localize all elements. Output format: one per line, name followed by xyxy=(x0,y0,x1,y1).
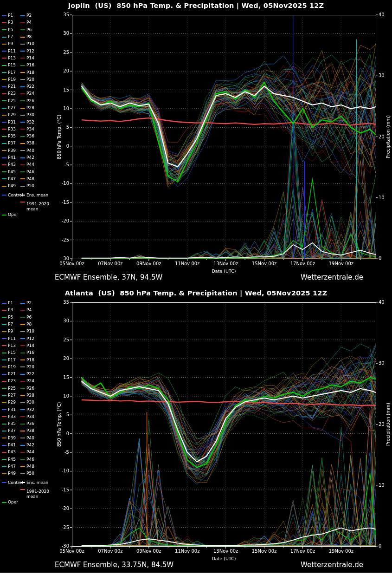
legend-dash-P21 xyxy=(2,374,6,375)
legend-row: P49P50 xyxy=(2,470,62,477)
legend-label-P3: P3 xyxy=(8,308,20,312)
legend-dash-P1 xyxy=(2,303,6,304)
legend-dash-P3 xyxy=(2,310,6,311)
legend-dash-P24 xyxy=(20,381,25,382)
legend-row: P1P2 xyxy=(2,300,62,307)
legend-dash-P42 xyxy=(20,445,25,446)
legend-row: P43P44 xyxy=(2,449,62,456)
legend-dash-P30 xyxy=(20,402,25,403)
legend-label-P27: P27 xyxy=(8,393,20,398)
legend-row: P5P6 xyxy=(2,314,62,321)
ensemble-legend: P1P2P3P4P5P6P7P8P9P10P11P12P13P14P15P16P… xyxy=(2,12,62,219)
legend-dash-P50 xyxy=(20,473,25,474)
legend-dash-P30 xyxy=(20,115,25,116)
legend-dash-P1 xyxy=(2,15,6,16)
legend-ens-mean-dash xyxy=(20,195,25,196)
legend-label-P7: P7 xyxy=(8,35,20,39)
legend-label-P39: P39 xyxy=(8,149,20,153)
legend-row: P31P32 xyxy=(2,118,62,125)
legend-dash-P45 xyxy=(2,171,6,172)
legend-row: P33P34 xyxy=(2,126,62,133)
legend-row: P37P38 xyxy=(2,140,62,147)
legend-dash-P41 xyxy=(2,157,6,158)
legend-label-P9: P9 xyxy=(8,42,20,46)
legend-row: P33P34 xyxy=(2,413,62,420)
footer-model-info: ECMWF Ensemble, 37N, 94.5W xyxy=(55,273,162,281)
legend-label-P31: P31 xyxy=(8,408,20,412)
legend-label-P13: P13 xyxy=(8,56,20,60)
legend-row: P13P14 xyxy=(2,342,62,349)
legend-dash-P43 xyxy=(2,164,6,165)
legend-dash-P19 xyxy=(2,366,6,367)
legend-climate-mean-dash xyxy=(20,202,25,203)
legend-dash-P4 xyxy=(20,22,25,23)
legend-oper-dash xyxy=(2,215,6,216)
legend-label-P21: P21 xyxy=(8,372,20,376)
legend-row: P13P14 xyxy=(2,55,62,62)
bottom-scrollbar[interactable] xyxy=(0,573,392,575)
legend-dash-P3 xyxy=(2,22,6,23)
meteogram-page: Joplin (US) 850 hPa Temp. & Precipitatio… xyxy=(0,0,392,575)
legend-label-P43: P43 xyxy=(8,450,20,454)
legend-dash-P32 xyxy=(20,122,25,123)
legend-dash-P47 xyxy=(2,178,6,179)
legend-dash-P46 xyxy=(20,459,25,460)
legend-row: P37P38 xyxy=(2,427,62,434)
legend-label-P27: P27 xyxy=(8,106,20,110)
legend-dash-P37 xyxy=(2,143,6,144)
legend-dash-P13 xyxy=(2,345,6,346)
legend-row: P7P8 xyxy=(2,321,62,328)
legend-dash-P23 xyxy=(2,381,6,382)
legend-dash-P43 xyxy=(2,452,6,453)
legend-row-climate-mean: 1991-2020 mean xyxy=(2,489,62,499)
legend-dash-P32 xyxy=(20,409,25,410)
legend-label-P23: P23 xyxy=(8,379,20,383)
legend-label-oper: Oper xyxy=(8,500,20,504)
legend-dash-P11 xyxy=(2,51,6,52)
legend-dash-P31 xyxy=(2,122,6,123)
legend-dash-P46 xyxy=(20,171,25,172)
legend-row: P41P42 xyxy=(2,154,62,161)
legend-dash-P8 xyxy=(20,37,25,38)
legend-label-P5: P5 xyxy=(8,315,20,320)
legend-label-P47: P47 xyxy=(8,177,20,181)
legend-label-P7: P7 xyxy=(8,322,20,327)
legend-row: P15P16 xyxy=(2,349,62,356)
legend-dash-P35 xyxy=(2,424,6,425)
legend-dash-P34 xyxy=(20,416,25,417)
legend-row: P47P48 xyxy=(2,463,62,470)
panel-atlanta: Atlanta (US) 850 hPa Temp. & Precipitati… xyxy=(0,288,392,575)
legend-dash-P16 xyxy=(20,353,25,353)
legend-dash-P12 xyxy=(20,51,25,52)
legend-dash-P27 xyxy=(2,108,6,109)
y-axis-title-temp: 850 hPa Temp. (°C) xyxy=(57,302,62,546)
legend-row: P45P46 xyxy=(2,456,62,463)
legend-dash-P49 xyxy=(2,473,6,474)
legend-row: P39P40 xyxy=(2,147,62,154)
legend-label-P45: P45 xyxy=(8,457,20,462)
y-axis-title-precip: Precipitation (mm) xyxy=(386,302,391,546)
legend-oper-dash xyxy=(2,502,6,503)
legend-label-P41: P41 xyxy=(8,443,20,447)
legend-row: P25P26 xyxy=(2,98,62,105)
legend-climate-mean-dash xyxy=(20,489,25,490)
legend-dash-P26 xyxy=(20,100,25,101)
y-axis-title-temp: 850 hPa Temp. (°C) xyxy=(57,15,62,259)
footer-brand: Wetterzentrale.de xyxy=(301,561,363,569)
legend-dash-P44 xyxy=(20,452,25,453)
legend-label-P37: P37 xyxy=(8,429,20,433)
legend-dash-P20 xyxy=(20,366,25,367)
legend-dash-P33 xyxy=(2,416,6,417)
legend-dash-P34 xyxy=(20,129,25,130)
legend-row: P35P36 xyxy=(2,133,62,140)
legend-dash-P19 xyxy=(2,79,6,80)
legend-label-P33: P33 xyxy=(8,127,20,131)
legend-dash-P47 xyxy=(2,466,6,467)
legend-row: P15P16 xyxy=(2,62,62,69)
legend-label-P35: P35 xyxy=(8,134,20,138)
legend-label-P15: P15 xyxy=(8,351,20,355)
legend-dash-P13 xyxy=(2,58,6,59)
legend-label-P31: P31 xyxy=(8,120,20,124)
legend-dash-P21 xyxy=(2,86,6,87)
legend-row: P23P24 xyxy=(2,90,62,97)
